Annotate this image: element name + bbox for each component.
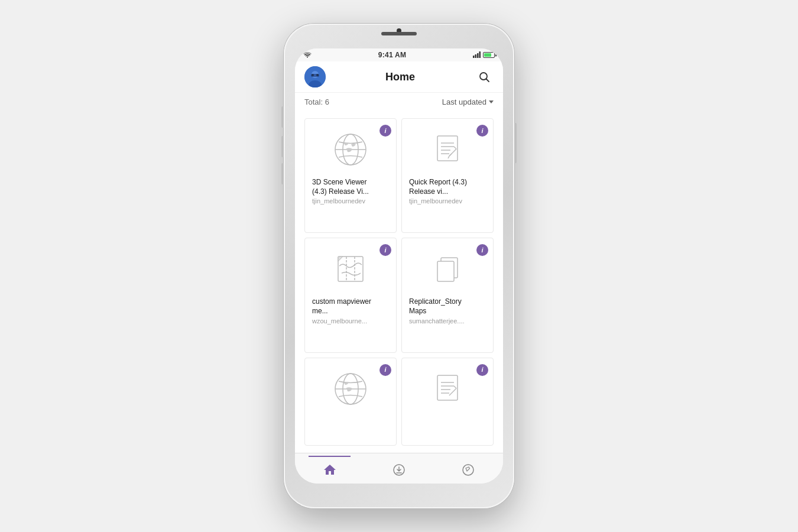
svg-rect-0 [473,56,475,58]
item-subtitle-2: tjin_melbournedev [409,197,462,205]
svg-rect-28 [437,261,454,281]
svg-rect-15 [437,136,458,161]
info-button-4[interactable]: i [476,244,488,256]
chevron-down-icon [489,100,494,103]
sort-bar: Total: 6 Last updated [295,93,503,111]
svg-rect-24 [338,257,363,281]
info-label-2: i [481,128,483,134]
info-label-1: i [384,128,386,134]
tab-download[interactable] [364,456,433,484]
info-label-5: i [384,366,386,373]
speaker-grill [381,32,417,35]
item-subtitle-1: tjin_melbournedev [312,197,365,205]
grid-item-2[interactable]: i Quick Report (4.3) Release vi... tjin_… [401,118,494,233]
status-left [303,51,312,59]
svg-rect-1 [475,54,476,58]
item-icon-area-6 [409,365,486,413]
info-button-3[interactable]: i [379,244,391,256]
svg-point-9 [316,74,319,76]
svg-line-22 [449,154,452,156]
svg-rect-2 [477,53,479,58]
item-title-2: Quick Report (4.3) Release vi... [409,178,486,196]
svg-line-21 [454,147,456,149]
wifi-icon [303,51,312,59]
item-subtitle-4: sumanchatterjee.... [409,317,465,325]
grid-item-6[interactable]: i [401,358,494,446]
info-button-1[interactable]: i [379,125,391,137]
nav-header: Home [295,61,503,93]
search-button[interactable] [475,67,494,86]
status-time: 9:41 AM [378,51,407,59]
grid-item-4[interactable]: i Replicator_Story Maps sumanchatterjee.… [401,238,494,352]
svg-rect-32 [437,375,458,400]
svg-point-8 [312,74,314,76]
info-label-4: i [481,247,483,254]
item-icon-area-1 [312,126,389,173]
sort-selector[interactable]: Last updated [442,98,494,106]
item-icon-area-4 [409,245,486,293]
page-title: Home [385,71,415,83]
svg-line-38 [454,386,456,388]
status-bar: 9:41 AM [295,48,503,61]
total-count: Total: 6 [304,98,329,106]
info-label-3: i [384,247,386,254]
tab-compass[interactable] [434,456,503,484]
screen-body: Home Total: 6 Last updated [295,61,503,484]
items-grid: i 3D Scene Viewer (4.3) Release Vi... tj… [295,111,503,453]
item-title-4: Replicator_Story Maps [409,297,486,316]
info-button-5[interactable]: i [379,364,391,376]
item-subtitle-3: wzou_melbourne... [312,317,367,325]
info-button-6[interactable]: i [476,364,488,376]
phone-outer: 9:41 AM [284,24,514,508]
phone-screen: 9:41 AM [295,48,503,484]
grid-item-1[interactable]: i 3D Scene Viewer (4.3) Release Vi... tj… [304,118,397,233]
signal-icon [473,51,481,59]
phone-wrapper: 9:41 AM [284,24,514,508]
tab-bar [295,453,503,484]
info-button-2[interactable]: i [476,125,488,137]
svg-line-23 [448,156,449,158]
svg-line-11 [486,79,489,82]
avatar[interactable] [304,66,326,87]
item-icon-area-5 [312,365,389,413]
grid-item-5[interactable]: i [304,358,397,446]
item-icon-area-3 [312,245,389,293]
status-right [473,51,495,59]
grid-item-3[interactable]: i custom mapviewer me... wzou_melbourne.… [304,238,397,352]
info-label-6: i [481,366,483,373]
battery-icon [483,52,495,58]
item-title-3: custom mapviewer me... [312,297,389,316]
tab-home[interactable] [295,456,364,484]
svg-rect-3 [479,51,481,58]
sort-text: Last updated [442,98,486,106]
item-icon-area-2 [409,126,486,173]
item-title-1: 3D Scene Viewer (4.3) Release Vi... [312,178,389,196]
